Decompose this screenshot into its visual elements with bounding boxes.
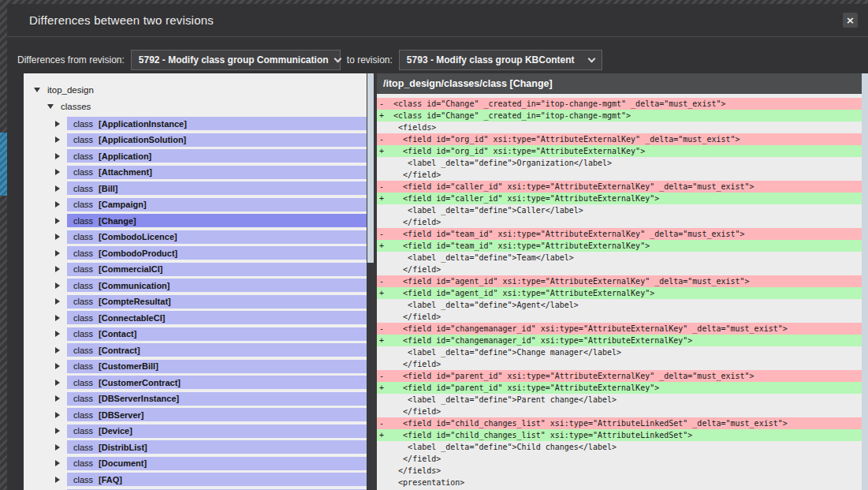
tree-class-row[interactable]: class [Application] [24, 149, 367, 163]
tree-class-bar[interactable]: class [Contact] [67, 327, 367, 341]
tree-class-bar[interactable]: class [Communication] [67, 279, 367, 292]
tree-class-row[interactable]: class [Contact] [24, 327, 367, 341]
tree-class-bar[interactable]: class [DBServer] [67, 408, 367, 421]
tree-class-bar[interactable]: class [CombodoLicence] [67, 230, 367, 244]
tree-class-prefix: class [73, 200, 93, 209]
tree-class-name: [Contact] [99, 329, 136, 339]
tree-scrollbar[interactable] [367, 73, 374, 490]
expand-icon[interactable] [55, 153, 60, 159]
diff-line: + <field id="caller_id" xsi:type="Attrib… [377, 193, 862, 204]
tree-class-row[interactable]: class [CustomerBill] [24, 360, 367, 373]
revision-controls: Differences from revision: 5792 - Modify… [17, 49, 860, 71]
tree-class-name: [CombodoProduct] [99, 249, 177, 258]
expand-icon[interactable] [55, 282, 60, 289]
collapse-icon[interactable] [34, 88, 40, 92]
tree-class-bar[interactable]: class [Change] [67, 214, 367, 227]
tree-class-bar[interactable]: class [CommercialCI] [67, 263, 367, 276]
expand-icon[interactable] [55, 298, 60, 305]
tree-class-row[interactable]: class [Device] [24, 425, 367, 438]
tree-class-bar[interactable]: class [ApplicationSolution] [67, 133, 367, 147]
tree-class-row[interactable]: class [CompteResultat] [24, 295, 367, 309]
tree-class-bar[interactable]: class [Bill] [67, 181, 367, 195]
tree-class-prefix: class [73, 232, 93, 241]
tree-class-row[interactable]: class [DBServer] [24, 408, 367, 421]
tree-scrollbar-thumb[interactable] [367, 73, 374, 263]
close-button[interactable]: × [843, 13, 858, 28]
tree-class-row[interactable]: class [DBServerInstance] [24, 392, 367, 406]
tree-class-row[interactable]: class [Communication] [24, 279, 367, 292]
expand-icon[interactable] [55, 460, 60, 466]
tree-class-prefix: class [73, 329, 93, 339]
tree-class-bar[interactable]: class [FAQ] [67, 473, 367, 486]
tree-class-bar[interactable]: class [CustomerBill] [67, 360, 367, 373]
expand-icon[interactable] [55, 250, 60, 256]
tree-node-itop-design[interactable]: itop_design [24, 81, 367, 98]
expand-icon[interactable] [55, 477, 60, 483]
tree-class-bar[interactable]: class [ApplicationInstance] [67, 117, 367, 130]
tree-class-prefix: class [73, 378, 93, 387]
tree-class-row[interactable]: class [Campaign] [24, 198, 367, 211]
tree-class-row[interactable]: class [CommercialCI] [24, 263, 367, 276]
tree-class-bar[interactable]: class [Contract] [67, 343, 367, 357]
tree-class-row[interactable]: class [ApplicationSolution] [24, 133, 367, 147]
diff-line: - <field id="changemanager_id" xsi:type=… [377, 323, 862, 335]
tree-class-bar[interactable]: class [CustomerContract] [67, 376, 367, 389]
diff-line: <label _delta="define">Parent change</la… [377, 394, 862, 406]
tree-class-row[interactable]: class [Document] [24, 457, 367, 470]
tree-class-bar[interactable]: class [ConnectableCI] [67, 311, 367, 324]
diff-line: <presentation> [377, 477, 862, 488]
diff-line: </fields> [377, 465, 862, 477]
tree-class-row[interactable]: class [CombodoProduct] [24, 246, 367, 260]
expand-icon[interactable] [55, 218, 60, 224]
tree-class-row[interactable]: class [ConnectableCI] [24, 311, 367, 324]
expand-icon[interactable] [55, 266, 60, 272]
expand-icon[interactable] [55, 412, 60, 418]
tree-class-bar[interactable]: class [Campaign] [67, 198, 367, 211]
tree-class-bar[interactable]: class [Device] [67, 425, 367, 438]
expand-icon[interactable] [55, 395, 60, 402]
collapse-icon[interactable] [47, 104, 54, 109]
tree-class-bar[interactable]: class [Application] [67, 149, 367, 163]
tree-class-row[interactable]: class [Change] [24, 214, 367, 227]
to-revision-select[interactable]: 5793 - Modify class group KBContent [399, 50, 602, 70]
expand-icon[interactable] [55, 444, 60, 451]
expand-icon[interactable] [55, 201, 60, 208]
tree-class-row[interactable]: class [ApplicationInstance] [24, 117, 367, 130]
expand-icon[interactable] [55, 363, 60, 369]
tree-class-bar[interactable]: class [CombodoProduct] [67, 246, 367, 260]
expand-icon[interactable] [55, 234, 60, 240]
expand-icon[interactable] [55, 428, 60, 434]
diff-scrollbar[interactable] [862, 73, 868, 490]
expand-icon[interactable] [55, 347, 60, 353]
expand-icon[interactable] [55, 315, 60, 321]
tree-class-row[interactable]: class [CombodoLicence] [24, 230, 367, 244]
tree-class-bar[interactable]: class [DistribList] [67, 440, 367, 454]
tree-class-bar[interactable]: class [Document] [67, 457, 367, 470]
expand-icon[interactable] [55, 121, 60, 127]
desktop-blue-streak [0, 133, 7, 196]
tree-class-bar[interactable]: class [Attachment] [67, 166, 367, 179]
diff-line: + <field id="parent_id" xsi:type="Attrib… [377, 382, 862, 394]
tree-class-row[interactable]: class [Bill] [24, 181, 367, 195]
diff-line: </field> [377, 406, 862, 417]
expand-icon[interactable] [55, 169, 60, 175]
from-revision-select[interactable]: 5792 - Modify class group Communication [131, 50, 341, 70]
expand-icon[interactable] [55, 380, 60, 386]
tree-class-row[interactable]: class [Contract] [24, 343, 367, 357]
desktop-edge-left [0, 0, 7, 490]
expand-icon[interactable] [55, 137, 60, 143]
tree-class-name: [Contract] [99, 346, 140, 355]
diff-line: <label _delta="define">Child changes</la… [377, 441, 862, 453]
tree-class-row[interactable]: class [DistribList] [24, 440, 367, 454]
tree-class-name: [Change] [99, 216, 136, 226]
tree-class-row[interactable]: class [CustomerContract] [24, 376, 367, 389]
tree-class-bar[interactable]: class [CompteResultat] [67, 295, 367, 309]
tree-class-bar[interactable]: class [DBServerInstance] [67, 392, 367, 406]
tree-class-row[interactable]: class [Attachment] [24, 166, 367, 179]
tree-class-name: [CustomerBill] [99, 361, 158, 371]
expand-icon[interactable] [55, 185, 60, 192]
tree-class-row[interactable]: class [FAQ] [24, 473, 367, 486]
expand-icon[interactable] [55, 331, 60, 337]
diff-line: + <class id="Change" _created_in="itop-c… [377, 110, 862, 122]
tree-node-classes[interactable]: classes [24, 98, 367, 114]
